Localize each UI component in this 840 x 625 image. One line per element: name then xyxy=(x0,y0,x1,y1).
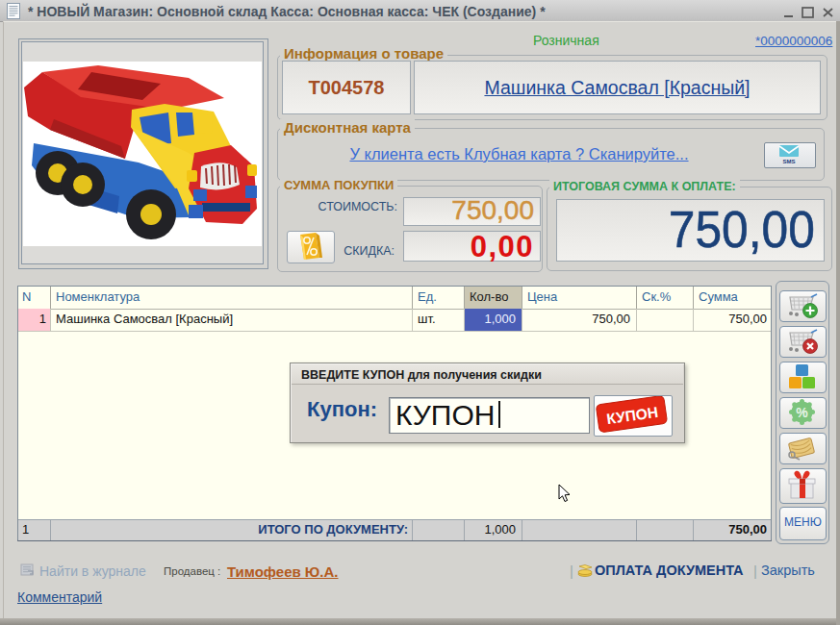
svg-text:SMS: SMS xyxy=(782,159,795,164)
svg-text:%: % xyxy=(796,405,808,420)
